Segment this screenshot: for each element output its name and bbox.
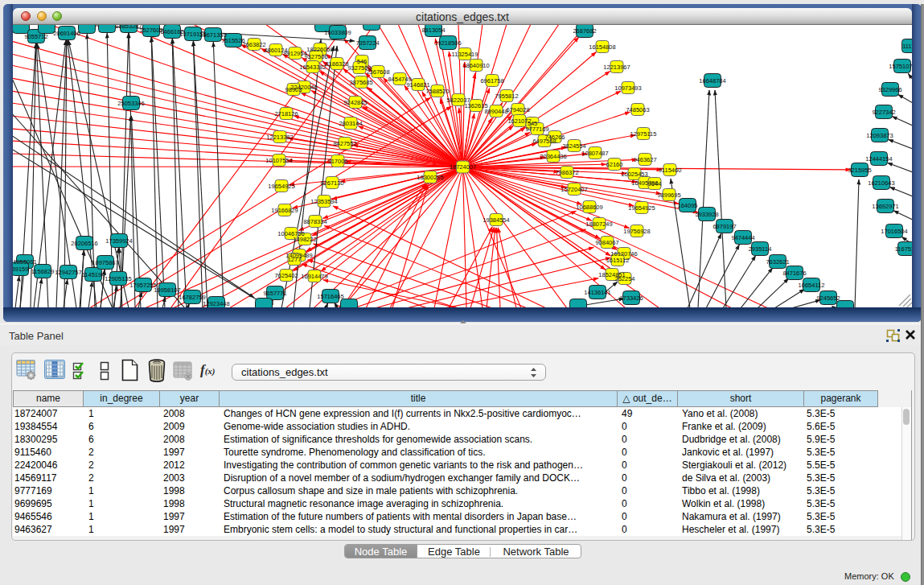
- svg-text:5933928: 5933928: [695, 211, 718, 218]
- svg-text:10107554: 10107554: [265, 157, 292, 164]
- svg-text:20364436: 20364436: [540, 153, 566, 160]
- svg-text:13692971: 13692971: [872, 203, 898, 210]
- svg-text:2935114: 2935114: [749, 245, 772, 253]
- svg-text:18300295: 18300295: [417, 174, 443, 181]
- svg-text:18724007: 18724007: [450, 163, 476, 171]
- svg-text:2803144: 2803144: [339, 120, 362, 127]
- svg-text:1156829: 1156829: [31, 268, 55, 275]
- svg-text:16543382: 16543382: [299, 64, 326, 71]
- svg-text:17957255: 17957255: [129, 282, 156, 289]
- svg-text:10807487: 10807487: [581, 150, 608, 157]
- svg-text:8912954: 8912954: [283, 50, 306, 57]
- svg-text:1733426: 1733426: [619, 295, 643, 302]
- svg-text:3875685: 3875685: [349, 79, 372, 86]
- svg-text:2367608: 2367608: [366, 68, 389, 76]
- svg-text:16782759: 16782759: [179, 294, 205, 301]
- svg-text:9463627: 9463627: [633, 156, 656, 163]
- svg-text:9227342: 9227342: [872, 109, 895, 116]
- svg-text:7357224: 7357224: [355, 39, 379, 47]
- svg-text:252254: 252254: [614, 275, 634, 282]
- svg-text:10688609: 10688609: [576, 204, 602, 211]
- svg-text:18807249: 18807249: [585, 220, 612, 228]
- svg-text:7663822: 7663822: [242, 41, 265, 48]
- svg-text:10654112: 10654112: [799, 282, 825, 289]
- svg-text:12905135: 12905135: [105, 275, 131, 282]
- svg-text:8878334: 8878334: [303, 218, 326, 225]
- svg-text:15720407: 15720407: [561, 186, 587, 193]
- svg-text:1527602: 1527602: [139, 27, 162, 34]
- svg-text:12353594: 12353594: [310, 198, 337, 205]
- svg-text:12213382: 12213382: [266, 134, 293, 141]
- svg-text:917006: 917006: [327, 158, 347, 165]
- svg-text:19218506: 19218506: [434, 39, 461, 47]
- svg-text:98903: 98903: [285, 86, 302, 93]
- svg-text:19166829: 19166829: [271, 207, 298, 214]
- svg-text:11325419: 11325419: [452, 51, 478, 58]
- svg-text:10853287: 10853287: [115, 25, 142, 30]
- svg-text:6794028: 6794028: [506, 106, 529, 113]
- svg-text:17359924: 17359924: [105, 237, 132, 245]
- svg-text:1277: 1277: [288, 256, 302, 263]
- svg-text:9644: 9644: [648, 180, 662, 187]
- svg-text:1167533: 1167533: [895, 245, 912, 253]
- svg-text:6497568: 6497568: [532, 138, 556, 145]
- svg-text:2687682: 2687682: [573, 27, 596, 35]
- svg-text:62160: 62160: [606, 161, 623, 168]
- svg-text:7625402: 7625402: [274, 272, 298, 279]
- svg-text:9242845: 9242845: [343, 99, 367, 106]
- svg-text:9327506: 9327506: [304, 53, 327, 60]
- svg-text:15751074: 15751074: [889, 63, 912, 70]
- svg-text:8267130: 8267130: [320, 179, 343, 187]
- svg-text:9777169: 9777169: [525, 126, 548, 133]
- svg-text:2718126: 2718126: [274, 110, 298, 117]
- svg-text:7955812: 7955812: [495, 93, 518, 100]
- svg-text:9055712: 9055712: [24, 33, 47, 40]
- svg-text:7632621: 7632621: [766, 258, 789, 266]
- svg-text:12942757: 12942757: [55, 269, 81, 276]
- svg-text:16648784: 16648784: [699, 77, 725, 84]
- svg-text:19654925: 19654925: [268, 183, 294, 190]
- svg-text:9657771: 9657771: [263, 290, 286, 297]
- svg-text:164095: 164095: [677, 202, 697, 209]
- svg-text:7515526: 7515526: [221, 37, 244, 44]
- svg-text:19756928: 19756928: [623, 228, 650, 235]
- svg-text:3215955: 3215955: [848, 167, 871, 174]
- svg-text:18226058: 18226058: [306, 46, 333, 53]
- svg-text:16033809: 16033809: [324, 29, 351, 36]
- svg-text:20206516: 20206516: [71, 240, 97, 247]
- svg-text:12444154: 12444154: [865, 155, 892, 163]
- svg-text:3824554: 3824554: [562, 142, 585, 150]
- svg-text:39159: 39159: [13, 266, 28, 273]
- svg-text:8813054: 8813054: [421, 27, 445, 34]
- svg-text:12093873: 12093873: [866, 132, 893, 139]
- svg-text:20691406: 20691406: [53, 30, 80, 37]
- svg-text:25053346: 25053346: [117, 100, 144, 107]
- svg-text:6879197: 6879197: [713, 223, 736, 230]
- svg-text:15716465: 15716465: [317, 293, 343, 300]
- svg-text:1498222: 1498222: [293, 236, 316, 243]
- svg-text:8186328: 8186328: [325, 60, 348, 68]
- svg-text:7588520: 7588520: [425, 88, 449, 95]
- svg-text:12213967: 12213967: [603, 64, 630, 71]
- svg-text:9474444: 9474444: [731, 234, 754, 241]
- svg-text:16210643: 16210643: [868, 179, 894, 187]
- svg-text:1615112: 1615112: [606, 257, 630, 264]
- svg-text:19654925: 19654925: [628, 204, 655, 212]
- svg-text:19384554: 19384554: [483, 216, 509, 224]
- svg-text:9115460: 9115460: [659, 167, 682, 174]
- svg-text:12975115: 12975115: [630, 130, 657, 138]
- svg-text:8471676: 8471676: [782, 270, 806, 277]
- svg-text:7485063: 7485063: [626, 106, 649, 113]
- svg-text:14136141: 14136141: [584, 289, 610, 296]
- svg-text:1855061: 1855061: [13, 258, 36, 266]
- svg-text:17016504: 17016504: [881, 228, 907, 235]
- svg-text:16914479: 16914479: [301, 273, 327, 280]
- svg-text:10958107: 10958107: [154, 286, 180, 294]
- svg-text:6961758: 6961758: [480, 77, 503, 84]
- svg-text:9084067: 9084067: [595, 239, 618, 246]
- svg-text:7986372: 7986372: [555, 169, 578, 176]
- svg-text:10973493: 10973493: [614, 84, 641, 92]
- svg-text:10025453: 10025453: [621, 171, 647, 178]
- svg-text:8990448: 8990448: [484, 108, 507, 115]
- svg-text:9899695: 9899695: [657, 192, 680, 199]
